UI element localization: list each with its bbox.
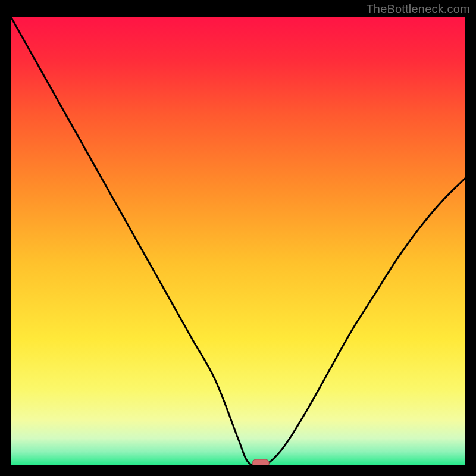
gradient-background: [11, 17, 465, 465]
optimum-marker: [252, 459, 269, 465]
plot-area: [11, 17, 465, 465]
chart-svg: [11, 17, 465, 465]
chart-frame: TheBottleneck.com: [0, 0, 476, 476]
watermark-text: TheBottleneck.com: [366, 2, 470, 16]
